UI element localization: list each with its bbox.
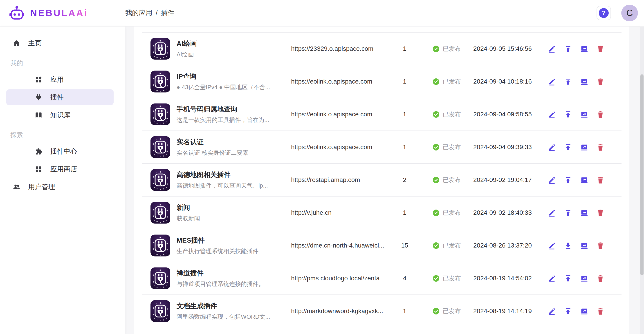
share-button[interactable] xyxy=(580,143,588,151)
plugin-name: 新闻 xyxy=(176,203,200,212)
sidebar-item-plugins[interactable]: 插件 xyxy=(6,89,114,105)
plugin-meta: 实名认证 实名认证 核实身份证二要素 xyxy=(176,138,248,157)
apps-icon xyxy=(35,76,42,84)
delete-button[interactable] xyxy=(596,143,604,151)
updated-at: 2024-09-02 18:40:33 xyxy=(473,209,532,216)
plugin-url: http://pms.cloudtogo.local/zenta... xyxy=(291,275,390,282)
trash-icon xyxy=(596,209,604,217)
table-row: AI绘画 AI绘画 https://23329.o.apispace.com 1… xyxy=(142,32,622,65)
plugin-description: 生产执行管理系统相关技能插件 xyxy=(176,247,258,255)
delete-button[interactable] xyxy=(596,307,604,315)
edit-button[interactable] xyxy=(548,176,556,184)
updated-at: 2024-08-19 14:14:19 xyxy=(473,308,532,315)
scrollbar-thumb[interactable] xyxy=(640,74,644,275)
share-button[interactable] xyxy=(580,242,588,250)
edit-button[interactable] xyxy=(548,275,556,282)
share-button[interactable] xyxy=(580,45,588,53)
plugin-meta: MES插件 生产执行管理系统相关技能插件 xyxy=(176,236,258,255)
avatar[interactable]: C xyxy=(621,5,638,21)
status-label: 已发布 xyxy=(443,143,461,151)
updated-at: 2024-08-26 13:37:20 xyxy=(473,242,532,249)
puzzle-icon xyxy=(35,148,42,156)
status-badge: 已发布 xyxy=(419,143,473,151)
share-button[interactable] xyxy=(580,78,588,86)
row-actions xyxy=(532,45,622,53)
plugin-cell: 禅道插件 与禅道项目管理系统连接的插件。 xyxy=(142,267,291,289)
plugin-count: 1 xyxy=(390,308,419,315)
breadcrumb-parent[interactable]: 我的应用 xyxy=(125,8,152,17)
status-badge: 已发布 xyxy=(419,241,473,250)
share-icon xyxy=(580,307,588,315)
plugin-name: AI绘画 xyxy=(176,39,197,48)
row-actions xyxy=(532,307,622,315)
status-badge: 已发布 xyxy=(419,307,473,315)
edit-button[interactable] xyxy=(548,45,556,53)
plugin-name: IP查询 xyxy=(176,72,270,81)
updated-at: 2024-08-19 14:54:02 xyxy=(473,275,532,282)
row-actions xyxy=(532,176,622,184)
breadcrumb-separator: / xyxy=(156,9,158,17)
delete-button[interactable] xyxy=(596,275,604,282)
plugin-url: https://restapi.amap.com xyxy=(291,176,390,183)
download-button[interactable] xyxy=(564,242,572,250)
edit-icon xyxy=(548,78,556,86)
sidebar-item-home[interactable]: 主页 xyxy=(6,35,114,51)
sidebar-item-user-management[interactable]: 用户管理 xyxy=(6,179,114,195)
upload-icon xyxy=(564,209,572,217)
trash-icon xyxy=(596,45,604,53)
share-button[interactable] xyxy=(580,275,588,282)
edit-button[interactable] xyxy=(548,242,556,250)
sidebar-item-knowledge[interactable]: 知识库 xyxy=(6,107,114,123)
edit-button[interactable] xyxy=(548,111,556,118)
upload-icon xyxy=(564,176,572,184)
share-button[interactable] xyxy=(580,307,588,315)
sidebar-item-plugin-center[interactable]: 插件中心 xyxy=(6,144,114,159)
upload-button[interactable] xyxy=(564,45,572,53)
delete-button[interactable] xyxy=(596,209,604,217)
share-button[interactable] xyxy=(580,111,588,118)
plugin-name: 实名认证 xyxy=(176,138,248,147)
upload-button[interactable] xyxy=(564,209,572,217)
table-row: 文档生成插件 阿里函数编程实现，包括WORD文... http://markdo… xyxy=(142,295,622,327)
delete-button[interactable] xyxy=(596,176,604,184)
edit-icon xyxy=(548,176,556,184)
help-button[interactable]: ? xyxy=(596,6,611,20)
upload-button[interactable] xyxy=(564,78,572,86)
edit-button[interactable] xyxy=(548,209,556,217)
plugin-avatar-icon xyxy=(150,202,170,224)
table-row: 高德地图相关插件 高德地图插件，可以查询天气、ip... https://res… xyxy=(142,163,622,196)
row-actions xyxy=(532,275,622,282)
delete-button[interactable] xyxy=(596,78,604,86)
edit-button[interactable] xyxy=(548,307,556,315)
share-button[interactable] xyxy=(580,209,588,217)
upload-button[interactable] xyxy=(564,111,572,118)
breadcrumb: 我的应用 / 插件 xyxy=(125,8,174,17)
upload-button[interactable] xyxy=(564,307,572,315)
edit-button[interactable] xyxy=(548,143,556,151)
sidebar-item-app-store[interactable]: 应用商店 xyxy=(6,161,114,177)
delete-button[interactable] xyxy=(596,242,604,250)
delete-button[interactable] xyxy=(596,45,604,53)
download-icon xyxy=(564,242,572,250)
upload-button[interactable] xyxy=(564,275,572,282)
share-button[interactable] xyxy=(580,176,588,184)
upload-button[interactable] xyxy=(564,176,572,184)
edit-icon xyxy=(548,242,556,250)
sidebar-item-apps[interactable]: 应用 xyxy=(6,72,114,87)
trash-icon xyxy=(596,78,604,86)
edit-icon xyxy=(548,45,556,53)
store-icon xyxy=(35,165,42,173)
plugin-name: 禅道插件 xyxy=(176,269,264,278)
upload-icon xyxy=(564,275,572,282)
row-actions xyxy=(532,78,622,86)
upload-icon xyxy=(564,307,572,315)
layout: 主页 我的 应用 插件 知识库 探索 插件中心 应用商店 用户管理 AI绘画 A… xyxy=(0,26,644,334)
plugin-url: http://markdownword-kgkagvxk... xyxy=(291,308,390,315)
brand-logo[interactable]: NEBULAAi xyxy=(9,5,125,21)
status-label: 已发布 xyxy=(443,77,461,86)
plugin-meta: 新闻 获取新闻 xyxy=(176,203,200,222)
delete-button[interactable] xyxy=(596,111,604,118)
upload-button[interactable] xyxy=(564,143,572,151)
edit-button[interactable] xyxy=(548,78,556,86)
table-row: 新闻 获取新闻 http://v.juhe.cn 1 已发布 2024-09-0… xyxy=(142,196,622,229)
